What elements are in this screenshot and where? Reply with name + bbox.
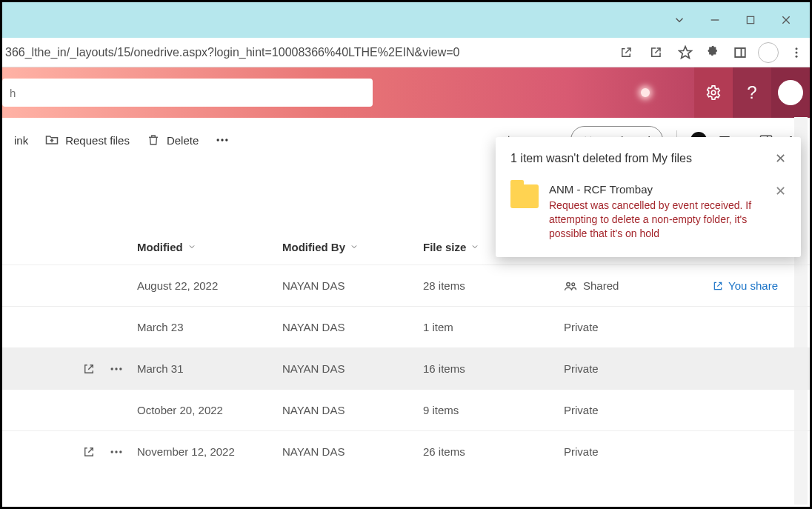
window-close-button[interactable] — [768, 2, 804, 38]
account-avatar-icon — [778, 80, 803, 105]
table-row[interactable]: August 22, 2022NAYAN DAS28 itemsSharedYo… — [2, 265, 810, 306]
cell-modified: October 20, 2022 — [137, 404, 282, 416]
table-row[interactable]: October 20, 2022NAYAN DAS9 itemsPrivate — [2, 389, 810, 430]
cell-sharing: Shared — [564, 279, 712, 293]
svg-point-7 — [796, 47, 798, 50]
cell-sharing: Private — [564, 321, 712, 333]
open-external-icon[interactable] — [611, 38, 641, 67]
extensions-icon[interactable] — [700, 38, 727, 67]
svg-point-22 — [115, 367, 117, 370]
column-modified-by[interactable]: Modified By — [282, 241, 423, 253]
svg-point-25 — [115, 450, 117, 453]
cell-modified: March 23 — [137, 321, 282, 333]
svg-point-9 — [796, 55, 798, 57]
cell-modified: March 31 — [137, 362, 282, 375]
url-text[interactable]: 366_lthe_in/_layouts/15/onedrive.aspx?lo… — [2, 46, 459, 59]
link-label: ink — [14, 134, 28, 147]
svg-point-24 — [111, 450, 113, 453]
svg-point-19 — [567, 282, 570, 286]
cell-size: 9 items — [423, 404, 564, 416]
request-files-button[interactable]: Request files — [39, 127, 136, 153]
folder-icon — [510, 184, 539, 208]
table-row[interactable]: November 12, 2022NAYAN DAS26 itemsPrivat… — [2, 430, 810, 472]
cell-size: 26 items — [423, 445, 564, 458]
row-overflow-button[interactable] — [109, 445, 124, 459]
account-button[interactable] — [771, 67, 810, 118]
search-value: h — [10, 87, 16, 99]
svg-point-8 — [796, 51, 798, 53]
svg-point-26 — [119, 450, 122, 453]
window-maximize-button[interactable] — [733, 2, 768, 38]
request-files-label: Request files — [65, 134, 130, 147]
trash-icon — [146, 133, 161, 147]
browser-menu-icon[interactable] — [783, 38, 810, 67]
cell-by: NAYAN DAS — [282, 445, 423, 458]
chevron-down-icon — [350, 242, 359, 251]
delete-button[interactable]: Delete — [140, 127, 204, 153]
bookmark-star-icon[interactable] — [670, 38, 700, 67]
share-icon[interactable] — [82, 445, 96, 459]
row-overflow-button[interactable] — [109, 362, 124, 376]
app-frame: 366_lthe_in/_layouts/15/onedrive.aspx?lo… — [0, 0, 812, 509]
svg-marker-4 — [679, 46, 692, 58]
svg-point-20 — [572, 282, 575, 285]
cell-sharing: Private — [564, 404, 712, 416]
cell-by: NAYAN DAS — [282, 279, 423, 292]
cell-by: NAYAN DAS — [282, 321, 423, 333]
share-icon[interactable] — [82, 362, 96, 376]
search-input[interactable]: h — [2, 79, 373, 107]
cell-modified: August 22, 2022 — [137, 279, 282, 292]
help-glyph: ? — [747, 82, 756, 103]
svg-point-10 — [711, 90, 716, 95]
browser-urlbar: 366_lthe_in/_layouts/15/onedrive.aspx?lo… — [2, 38, 810, 67]
popup-item-name: ANM - RCF Trombay — [549, 183, 759, 196]
cell-by: NAYAN DAS — [282, 404, 423, 416]
header-decoration — [641, 88, 650, 97]
share-icon[interactable] — [641, 38, 670, 67]
window-minimize-button[interactable] — [697, 2, 733, 38]
overflow-button[interactable] — [209, 127, 236, 153]
sidepanel-icon[interactable] — [727, 38, 753, 67]
share-activity-icon — [712, 280, 724, 292]
cell-modified: November 12, 2022 — [137, 445, 282, 458]
help-button[interactable]: ? — [733, 67, 771, 118]
popup-close-button[interactable]: ✕ — [775, 150, 786, 167]
popup-item-close-button[interactable]: ✕ — [775, 183, 786, 241]
profile-avatar-icon[interactable] — [758, 42, 779, 63]
cell-sharing: Private — [564, 362, 712, 375]
column-modified[interactable]: Modified — [137, 241, 282, 253]
settings-button[interactable] — [694, 67, 733, 118]
svg-rect-5 — [735, 48, 745, 57]
popup-title: 1 item wasn't deleted from My files — [510, 152, 775, 165]
chevron-down-icon — [470, 242, 479, 251]
delete-error-popup: 1 item wasn't deleted from My files ✕ AN… — [496, 137, 801, 257]
table-row[interactable]: March 23NAYAN DAS1 itemPrivate — [2, 306, 810, 347]
window-dropdown-icon[interactable] — [662, 2, 697, 38]
table-row[interactable]: March 31NAYAN DAS16 itemsPrivate — [2, 347, 810, 389]
request-files-icon — [44, 133, 59, 147]
svg-point-23 — [119, 367, 122, 370]
svg-point-21 — [111, 367, 113, 370]
delete-label: Delete — [167, 134, 199, 147]
cell-size: 28 items — [423, 279, 564, 292]
svg-point-11 — [217, 139, 219, 141]
popup-item-message: Request was cancelled by event received.… — [549, 199, 759, 241]
window-titlebar — [2, 2, 810, 38]
cell-activity: You share — [712, 279, 810, 292]
suite-header: h ? — [2, 67, 810, 118]
cell-sharing: Private — [564, 445, 712, 458]
svg-rect-1 — [747, 16, 753, 23]
svg-point-12 — [222, 139, 224, 141]
cell-size: 1 item — [423, 321, 564, 333]
copy-link-button[interactable]: ink — [8, 127, 34, 153]
people-icon — [564, 279, 577, 293]
chevron-down-icon — [187, 242, 196, 251]
cell-size: 16 items — [423, 362, 564, 375]
cell-by: NAYAN DAS — [282, 362, 423, 375]
svg-point-13 — [225, 139, 227, 141]
